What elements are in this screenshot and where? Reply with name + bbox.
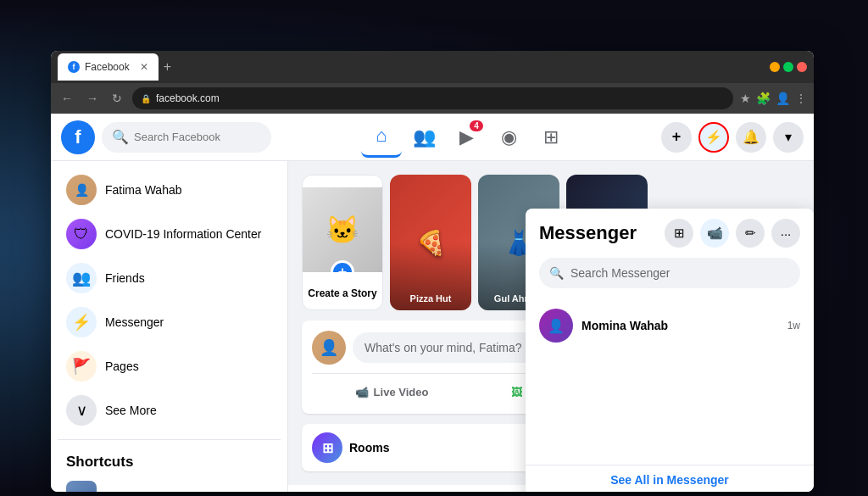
- messenger-panel-title: Messenger: [539, 222, 637, 244]
- facebook-body: 👤 Fatima Wahab 🛡 COVID-19 Information Ce…: [51, 161, 814, 492]
- profile-button[interactable]: 👤: [776, 92, 790, 105]
- covid-icon: 🛡: [66, 219, 97, 249]
- contact-name: Momina Wahab: [581, 319, 779, 332]
- story-pizza-hut[interactable]: 🍕 Pizza Hut: [390, 175, 471, 310]
- add-button[interactable]: +: [661, 122, 692, 153]
- messenger-search-placeholder: Search Messenger: [570, 266, 670, 280]
- browser-window: f Facebook ✕ + ← → ↻ 🔒 facebook.com ★ 🧩 …: [51, 51, 814, 492]
- contact-avatar: 👤: [539, 309, 573, 343]
- sidebar-user-name: Fatima Wahab: [105, 183, 182, 197]
- sidebar-covid-label: COVID-19 Information Center: [105, 227, 261, 241]
- pages-icon: 🚩: [66, 351, 97, 382]
- maximize-button[interactable]: [783, 62, 793, 72]
- address-bar[interactable]: 🔒 facebook.com: [132, 87, 733, 109]
- sidebar-item-covid[interactable]: 🛡 COVID-19 Information Center: [58, 212, 281, 256]
- story-pizza-label: Pizza Hut: [393, 293, 468, 304]
- tab-title: Facebook: [85, 61, 130, 73]
- sidebar-messenger-label: Messenger: [105, 315, 164, 329]
- account-menu-button[interactable]: ▾: [773, 122, 804, 153]
- sidebar-item-pages[interactable]: 🚩 Pages: [58, 344, 281, 388]
- story-create-avatar: 🐱 +: [302, 187, 383, 272]
- facebook-logo[interactable]: f: [61, 120, 95, 154]
- address-bar-row: ← → ↻ 🔒 facebook.com ★ 🧩 👤 ⋮: [51, 83, 814, 114]
- browser-chrome: f Facebook ✕ +: [51, 51, 814, 83]
- messenger-sidebar-icon: ⚡: [66, 307, 97, 337]
- sidebar-seemore-label: See More: [105, 404, 157, 417]
- contact-info: Momina Wahab: [581, 319, 779, 332]
- nav-groups[interactable]: ◉: [488, 117, 529, 158]
- messenger-search-icon: 🔍: [549, 266, 564, 280]
- lock-icon: 🔒: [141, 94, 151, 103]
- sidebar-item-messenger[interactable]: ⚡ Messenger: [58, 300, 281, 344]
- tab-favicon: f: [68, 61, 80, 73]
- live-label: Live Video: [374, 386, 429, 398]
- browser-tab[interactable]: f Facebook ✕: [58, 53, 159, 81]
- rooms-label: Rooms: [349, 441, 389, 454]
- nav-video[interactable]: ▶ 4: [446, 117, 487, 158]
- nav-right: + ⚡ 🔔 ▾: [661, 122, 804, 153]
- sidebar-item-user[interactable]: 👤 Fatima Wahab: [58, 168, 281, 212]
- messenger-button[interactable]: ⚡: [698, 122, 729, 153]
- create-story-card[interactable]: 🐱 + Create a Story: [302, 175, 383, 310]
- messenger-more-button[interactable]: ···: [771, 219, 800, 248]
- photo-icon: 🖼: [511, 386, 522, 398]
- friends-icon: 👥: [66, 263, 97, 293]
- composer-avatar: 👤: [312, 331, 346, 365]
- live-video-button[interactable]: 📹 Live Video: [312, 381, 471, 404]
- window-controls: [770, 62, 807, 72]
- messenger-header-actions: ⊞ 📹 ✏ ···: [665, 219, 800, 248]
- sidebar-shortcut-aam[interactable]: AA Aam Insaan: [58, 474, 281, 492]
- search-input[interactable]: [134, 131, 244, 143]
- message-time: 1w: [787, 320, 800, 332]
- minimize-button[interactable]: [770, 62, 780, 72]
- refresh-button[interactable]: ↻: [108, 90, 125, 107]
- nav-gaming[interactable]: ⊞: [531, 117, 571, 158]
- rooms-left: ⊞ Rooms: [312, 432, 389, 463]
- browser-actions: ★ 🧩 👤 ⋮: [740, 92, 807, 105]
- messenger-fullscreen-button[interactable]: ⊞: [665, 219, 693, 248]
- composer-placeholder: What's on your mind, Fatima?: [364, 341, 522, 354]
- shortcut-aam-label: Aam Insaan: [105, 489, 169, 492]
- messenger-compose-button[interactable]: ✏: [736, 219, 765, 248]
- facebook-app: f 🔍 ⌂ 👥 ▶ 4 ◉ ⊞ + ⚡ 🔔: [51, 114, 814, 492]
- messenger-body: 👤 Momina Wahab 1w: [526, 295, 814, 465]
- create-story-label: Create a Story: [308, 287, 376, 299]
- shortcuts-title: Shortcuts: [58, 447, 281, 474]
- messenger-dropdown: Messenger ⊞ 📹 ✏ ··· 🔍 Search Messenger: [526, 209, 814, 492]
- bookmark-button[interactable]: ★: [740, 92, 751, 105]
- see-all-messenger-link[interactable]: See All in Messenger: [610, 473, 729, 487]
- seemore-icon: ∨: [66, 395, 97, 426]
- facebook-nav: f 🔍 ⌂ 👥 ▶ 4 ◉ ⊞ + ⚡ 🔔: [51, 114, 814, 161]
- address-text: facebook.com: [156, 92, 220, 104]
- sidebar-item-seemore[interactable]: ∨ See More: [58, 388, 281, 432]
- new-tab-button[interactable]: +: [164, 59, 171, 75]
- nav-home[interactable]: ⌂: [361, 117, 402, 158]
- messenger-search-bar[interactable]: 🔍 Search Messenger: [539, 258, 800, 288]
- close-button[interactable]: [797, 62, 807, 72]
- menu-button[interactable]: ⋮: [795, 92, 807, 105]
- messenger-icon: ⚡: [705, 129, 722, 145]
- extensions-button[interactable]: 🧩: [756, 92, 771, 105]
- nav-center: ⌂ 👥 ▶ 4 ◉ ⊞: [278, 117, 654, 158]
- notifications-button[interactable]: 🔔: [736, 122, 766, 153]
- messenger-footer: See All in Messenger: [526, 465, 814, 492]
- aam-avatar: AA: [66, 481, 97, 492]
- tab-close-button[interactable]: ✕: [140, 61, 148, 73]
- user-avatar: 👤: [66, 175, 97, 205]
- sidebar-friends-label: Friends: [105, 271, 145, 285]
- rooms-icon: ⊞: [312, 432, 342, 463]
- live-icon: 📹: [355, 386, 369, 398]
- messenger-panel-header: Messenger ⊞ 📹 ✏ ···: [526, 209, 814, 254]
- left-sidebar: 👤 Fatima Wahab 🛡 COVID-19 Information Ce…: [51, 161, 288, 492]
- sidebar-item-friends[interactable]: 👥 Friends: [58, 256, 281, 300]
- video-badge: 4: [470, 120, 483, 131]
- tab-bar: f Facebook ✕ +: [58, 51, 765, 83]
- forward-button[interactable]: →: [83, 90, 102, 107]
- sidebar-divider: [58, 439, 281, 440]
- messenger-video-button[interactable]: 📹: [700, 219, 729, 248]
- search-bar[interactable]: 🔍: [102, 122, 271, 153]
- main-content-area: 🐱 + Create a Story 🍕 Pizza Hut: [288, 161, 814, 492]
- nav-friends[interactable]: 👥: [403, 117, 444, 158]
- back-button[interactable]: ←: [58, 90, 76, 107]
- sidebar-pages-label: Pages: [105, 359, 139, 373]
